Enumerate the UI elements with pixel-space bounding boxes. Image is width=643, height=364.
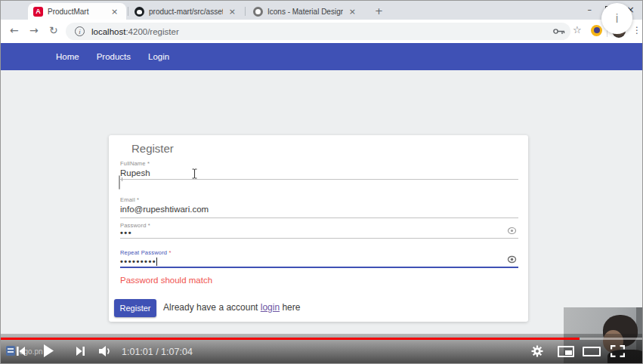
nav-link-login[interactable]: Login: [148, 52, 169, 61]
url-host: localhost: [91, 27, 125, 36]
text-cursor-ibeam: [191, 168, 198, 179]
close-icon[interactable]: ×: [348, 7, 357, 17]
url-path: :4200/register: [125, 27, 178, 36]
video-progress-bar[interactable]: [1, 338, 642, 340]
video-info-card-button[interactable]: i: [601, 3, 632, 34]
next-video-icon[interactable]: [76, 346, 86, 356]
password-key-icon[interactable]: [553, 28, 565, 35]
video-progress-played: [1, 338, 580, 340]
show-password-eye-icon[interactable]: [507, 255, 517, 264]
info-icon: i: [616, 12, 619, 26]
settings-gear-icon[interactable]: [531, 345, 543, 357]
tab-separator: [245, 7, 246, 16]
fullname-input[interactable]: Rupesh: [120, 168, 150, 177]
repeat-password-field[interactable]: Repeat Password * •••••••••: [120, 249, 518, 256]
video-time-display: 1:01:01 / 1:07:04: [122, 347, 193, 357]
field-label: Password *: [120, 222, 518, 229]
browser-tab-strip: A ProductMart × product-mart/src/assets …: [1, 1, 642, 20]
text-caret: [156, 258, 157, 266]
minimize-button[interactable]: –: [585, 5, 595, 14]
nav-link-products[interactable]: Products: [97, 52, 131, 61]
password-input[interactable]: •••: [120, 228, 132, 237]
field-label: Repeat Password *: [120, 249, 518, 256]
bookmark-star-icon[interactable]: ☆: [573, 24, 582, 35]
close-icon[interactable]: ×: [227, 7, 237, 17]
tab-title: product-mart/src/assets at mast: [149, 8, 223, 16]
nav-link-home[interactable]: Home: [56, 52, 79, 61]
fullname-field[interactable]: FullName * Rupesh: [120, 160, 518, 180]
repeat-password-input[interactable]: •••••••••: [120, 257, 157, 266]
field-label: Email *: [120, 196, 518, 203]
field-underline-focused: [120, 267, 518, 268]
back-icon[interactable]: ←: [10, 24, 19, 36]
site-info-icon[interactable]: i: [75, 26, 85, 36]
play-icon[interactable]: [43, 344, 54, 357]
video-player-controls: ogo.pn 1:01:01 / 1:07:04: [1, 334, 642, 364]
address-bar[interactable]: i localhost:4200/register: [66, 23, 570, 40]
extension-icon[interactable]: [591, 25, 602, 36]
tab-github[interactable]: product-mart/src/assets at mast ×: [129, 3, 243, 20]
url-text: localhost:4200/register: [91, 27, 179, 36]
github-logo-icon: [134, 7, 144, 17]
forward-icon[interactable]: →: [29, 24, 39, 36]
close-icon[interactable]: ×: [110, 7, 119, 17]
field-underline: [120, 179, 518, 180]
validation-error: Password should match: [120, 276, 212, 285]
show-password-eye-icon[interactable]: [507, 227, 517, 235]
field-underline: [120, 217, 518, 218]
tab-productmart[interactable]: A ProductMart ×: [28, 3, 126, 20]
youtube-video-frame: A ProductMart × product-mart/src/assets …: [0, 0, 643, 364]
material-design-logo-icon: [253, 7, 263, 17]
tab-separator: [128, 7, 128, 16]
field-label: FullName *: [120, 160, 518, 167]
download-file-icon[interactable]: [6, 346, 15, 356]
previous-video-icon[interactable]: [15, 346, 26, 356]
tab-title: ProductMart: [48, 8, 105, 16]
app-navbar: Home Products Login: [1, 43, 642, 70]
password-field[interactable]: Password * •••: [120, 222, 518, 229]
reload-icon[interactable]: ↻: [49, 24, 58, 36]
volume-icon[interactable]: [98, 345, 111, 357]
login-hint-text: Already have a account login here: [163, 302, 300, 313]
fullscreen-icon[interactable]: [611, 345, 625, 357]
new-tab-button[interactable]: +: [371, 4, 387, 18]
browser-menu-icon[interactable]: ⋮: [632, 25, 641, 35]
email-field[interactable]: Email * info@rupeshtiwari.com: [120, 196, 518, 203]
browser-toolbar: ← → ↻ i localhost:4200/register ☆ ⋮: [1, 20, 642, 43]
field-underline: [120, 238, 518, 239]
page-background: Register FullName * Rupesh Email * info@…: [1, 70, 642, 334]
tab-material-design[interactable]: Icons - Material Design ×: [248, 3, 363, 20]
register-card: Register FullName * Rupesh Email * info@…: [109, 135, 528, 322]
angular-logo-icon: A: [33, 7, 43, 17]
theater-mode-icon[interactable]: [583, 347, 601, 356]
tab-title: Icons - Material Design: [267, 8, 343, 16]
email-input[interactable]: info@rupeshtiwari.com: [120, 205, 209, 214]
miniplayer-icon[interactable]: [558, 346, 574, 357]
register-button[interactable]: Register: [114, 299, 156, 317]
login-link[interactable]: login: [261, 302, 280, 313]
form-title: Register: [131, 142, 174, 155]
person-badge-icon: [119, 175, 120, 190]
